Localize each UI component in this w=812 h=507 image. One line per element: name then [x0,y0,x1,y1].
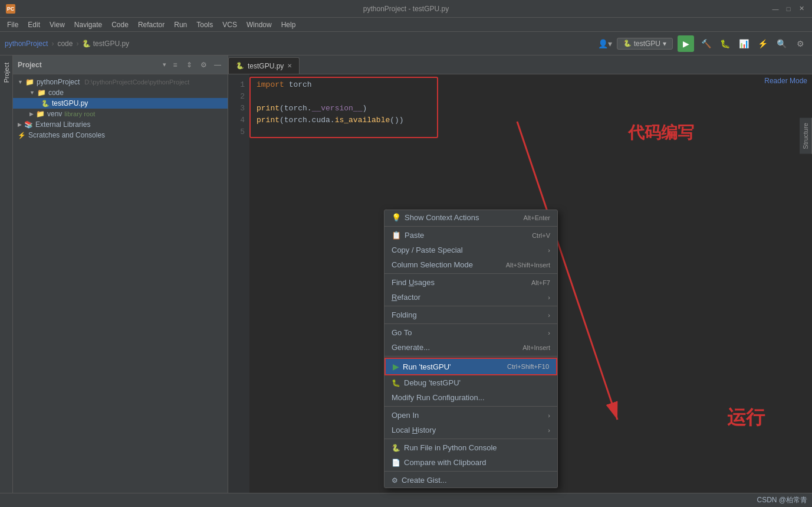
status-bar: CSDN @柏常青 [0,493,812,507]
ctx-folding[interactable]: Folding › [384,308,557,322]
ctx-sep-7 [384,439,557,439]
editor-tab-testgpu[interactable]: 🐍 testGPU.py ✕ [228,57,300,74]
menu-run[interactable]: Run [169,19,192,30]
ctx-create-gist[interactable]: ⚙ Create Gist... [384,473,557,488]
panel-header: Project ▾ ≡ ⇕ ⚙ — [13,55,228,74]
ctx-paste[interactable]: 📋 Paste Ctrl+V [384,228,557,243]
profile-button[interactable]: ⚡ [755,37,770,51]
tab-bar: 🐍 testGPU.py ✕ [228,55,812,74]
ctx-column-selection[interactable]: Column Selection Mode Alt+Shift+Insert [384,257,557,272]
reader-mode-button[interactable]: Reader Mode [764,77,807,85]
ctx-sep-5 [384,356,557,356]
window-title: pythonProject - testGPU.py [363,5,449,13]
ctx-copy-paste-special[interactable]: Copy / Paste Special › [384,243,557,257]
ctx-local-history[interactable]: Local History › [384,423,557,437]
line-numbers: 1 2 3 4 5 [228,74,249,507]
side-tabs: Project [0,55,13,507]
build-button[interactable]: 🔨 [699,37,713,51]
menu-tools[interactable]: Tools [192,19,218,30]
ctx-sep-3 [384,306,557,306]
ctx-generate[interactable]: Generate... Alt+Insert [384,340,557,355]
ctx-run[interactable]: ▶ Run 'testGPU' Ctrl+Shift+F10 [384,358,557,375]
run-button[interactable]: ▶ [678,35,694,52]
ctx-modify-run-config[interactable]: Modify Run Configuration... [384,390,557,405]
tree-item-testgpu[interactable]: 🐍 testGPU.py [13,98,228,109]
menu-refactor[interactable]: Refactor [133,19,169,30]
collapse-all-button[interactable]: ≡ [170,60,180,70]
ctx-sep-1 [384,226,557,227]
menu-navigate[interactable]: Navigate [70,19,107,30]
project-tree: ▼ 📁 pythonProject D:\pythonProjectCode\p… [13,74,228,507]
ctx-open-in[interactable]: Open In › [384,408,557,423]
debug-button[interactable]: 🐛 [718,37,732,51]
structure-side-tab[interactable]: Structure [800,118,812,154]
breadcrumb-folder[interactable]: code [57,40,73,48]
close-button[interactable]: ✕ [797,4,806,14]
csdn-watermark: CSDN @柏常青 [757,495,807,505]
ctx-sep-8 [384,471,557,472]
tree-item-scratches[interactable]: ⚡ Scratches and Consoles [13,130,228,140]
breadcrumb-file[interactable]: 🐍 testGPU.py [82,40,129,48]
breadcrumb-project[interactable]: pythonProject [5,40,48,48]
ctx-show-context-actions[interactable]: 💡 Show Context Actions Alt+Enter [384,210,557,225]
menu-code[interactable]: Code [107,19,133,30]
hide-panel-button[interactable]: — [212,60,223,70]
ctx-debug[interactable]: 🐛 Debug 'testGPU' [384,375,557,390]
menu-file[interactable]: File [2,19,23,30]
menu-view[interactable]: View [45,19,70,30]
project-side-tab[interactable]: Project [2,58,11,87]
context-menu: 💡 Show Context Actions Alt+Enter 📋 Paste… [384,210,558,488]
ctx-sep-6 [384,406,557,407]
menu-window[interactable]: Window [242,19,277,30]
tree-item-code[interactable]: ▼ 📁 code [13,87,228,98]
maximize-button[interactable]: □ [784,4,793,14]
toolbar: pythonProject › code › 🐍 testGPU.py 👤▾ 🐍… [0,32,812,55]
tree-item-venv[interactable]: ▶ 📁 venv library root [13,109,228,119]
project-panel: Project ▾ ≡ ⇕ ⚙ — ▼ 📁 pythonProject D:\p… [13,55,228,507]
title-bar: PC pythonProject - testGPU.py — □ ✕ [0,0,812,18]
coverage-button[interactable]: 📊 [737,37,751,51]
menu-vcs[interactable]: VCS [218,19,242,30]
ctx-run-python-console[interactable]: 🐍 Run File in Python Console [384,440,557,455]
run-config-selector[interactable]: 🐍 testGPU ▾ [617,38,673,50]
expand-button[interactable]: ⇕ [184,60,195,70]
tab-close-button[interactable]: ✕ [287,63,292,69]
menu-edit[interactable]: Edit [23,19,45,30]
menu-bar: File Edit View Navigate Code Refactor Ru… [0,18,812,32]
breadcrumb: pythonProject › code › 🐍 testGPU.py [5,40,129,48]
tree-item-external-libs[interactable]: ▶ 📚 External Libraries [13,119,228,130]
user-icon-button[interactable]: 👤▾ [598,37,612,51]
minimize-button[interactable]: — [771,4,780,14]
ctx-sep-4 [384,323,557,324]
ctx-go-to[interactable]: Go To › [384,325,557,340]
ctx-compare-clipboard[interactable]: 📄 Compare with Clipboard [384,455,557,470]
panel-title: Project [18,61,159,69]
ctx-sep-2 [384,273,557,274]
title-bar-left: PC [6,4,15,14]
ctx-refactor[interactable]: Refactor › [384,290,557,305]
title-bar-controls: — □ ✕ [771,4,806,14]
search-button[interactable]: 🔍 [774,37,788,51]
tree-item-root[interactable]: ▼ 📁 pythonProject D:\pythonProjectCode\p… [13,77,228,87]
settings-button[interactable]: ⚙ [793,37,807,51]
ctx-find-usages[interactable]: Find Usages Alt+F7 [384,275,557,290]
app-icon: PC [6,4,15,14]
menu-help[interactable]: Help [277,19,301,30]
toolbar-actions: 👤▾ 🐍 testGPU ▾ ▶ 🔨 🐛 📊 ⚡ 🔍 ⚙ [598,35,807,52]
gear-icon-button[interactable]: ⚙ [198,60,209,70]
